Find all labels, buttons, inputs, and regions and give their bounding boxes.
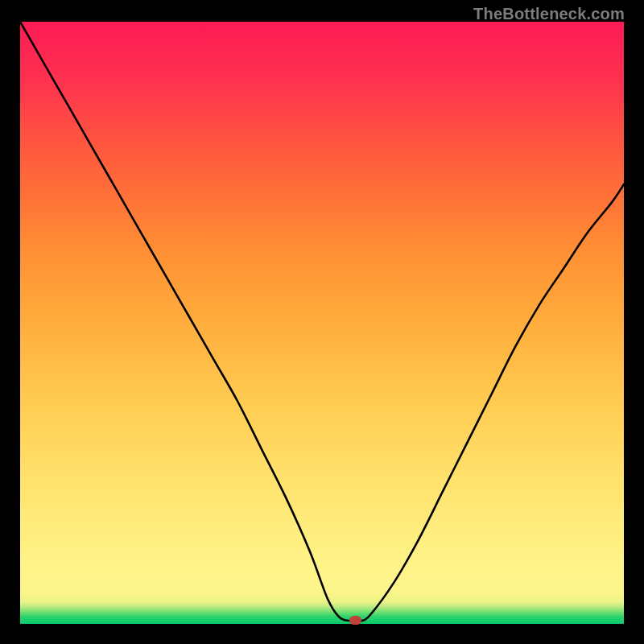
bottleneck-curve	[20, 22, 624, 624]
chart-frame: TheBottleneck.com	[0, 0, 644, 644]
chart-plot-area	[20, 22, 624, 624]
minimum-marker	[349, 616, 361, 625]
attribution-label: TheBottleneck.com	[473, 5, 625, 23]
